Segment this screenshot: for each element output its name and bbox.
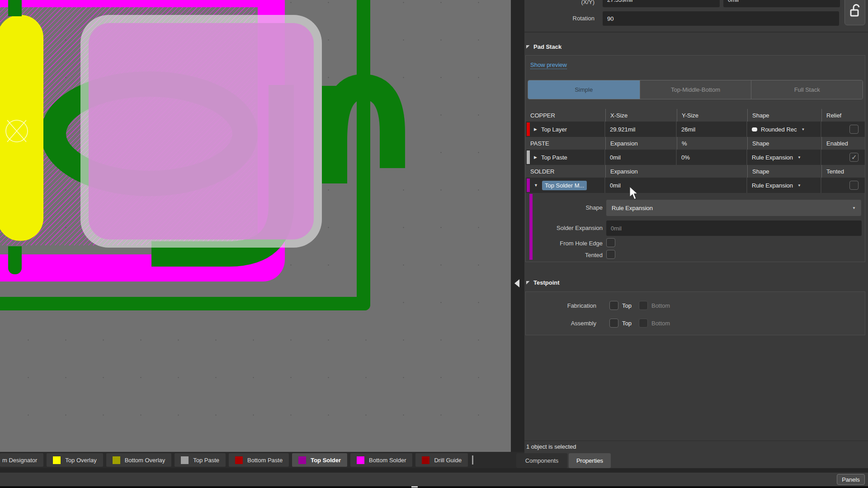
- layer-swatch-icon: [298, 456, 306, 464]
- rotation-label: Rotation: [552, 15, 594, 22]
- layer-tab-top-paste[interactable]: Top Paste: [175, 453, 226, 467]
- layer-tab-designator[interactable]: m Designator: [0, 453, 43, 467]
- testpoint-box: Fabrication Top Bottom Assembly Top Bott…: [525, 291, 865, 335]
- panels-button[interactable]: Panels: [837, 474, 865, 485]
- properties-panel: (X/Y) 27.559mil 0mil Rotation 90 Pad Sta…: [524, 0, 868, 468]
- xy-label: (X/Y): [552, 0, 594, 5]
- assembly-row: Assembly Top Bottom: [526, 319, 865, 328]
- collapse-triangle-icon: [526, 45, 530, 49]
- layer-tab-top-overlay[interactable]: Top Overlay: [47, 453, 103, 467]
- pad-stack-mode-switch: Simple Top-Middle-Bottom Full Stack: [528, 80, 863, 99]
- relief-checkbox[interactable]: [849, 125, 859, 134]
- layer-swatch-icon: [357, 456, 364, 464]
- from-hole-edge-checkbox[interactable]: [606, 238, 615, 247]
- paste-shape-dropdown[interactable]: Rule Expansion ▼: [747, 150, 821, 165]
- top-solder-row[interactable]: ▼ Top Solder M... 0mil Rule Expansion ▼: [526, 178, 865, 193]
- solder-layer-spine: [529, 194, 533, 260]
- layer-swatch-icon: [53, 456, 61, 464]
- mouse-cursor-icon: [629, 186, 640, 201]
- assembly-top-checkbox[interactable]: [609, 319, 618, 328]
- tab-properties[interactable]: Properties: [569, 453, 611, 468]
- show-preview-link[interactable]: Show preview: [530, 61, 567, 69]
- from-hole-edge-label: From Hole Edge: [539, 240, 603, 247]
- layer-color-bar: [527, 178, 530, 192]
- mode-simple[interactable]: Simple: [528, 80, 640, 99]
- chevron-down-icon: ▼: [852, 206, 856, 210]
- window-bottom-edge: [0, 486, 868, 488]
- trace-stub-top[interactable]: [8, 0, 22, 16]
- fabrication-top-checkbox[interactable]: [609, 301, 618, 310]
- top-layer-row[interactable]: ▶ Top Layer 29.921mil 26mil Rounded Rec …: [526, 122, 865, 137]
- pad-stack-section-header[interactable]: Pad Stack: [526, 43, 561, 50]
- chevron-down-icon: ▼: [797, 183, 801, 188]
- solder-header-row: SOLDER Expansion Shape Tented: [526, 165, 865, 178]
- testpoint-section-header[interactable]: Testpoint: [526, 279, 560, 286]
- layer-tab-bottom-paste[interactable]: Bottom Paste: [229, 453, 289, 467]
- trace-stub-bottom[interactable]: [8, 246, 22, 274]
- chevron-down-icon: ▼: [802, 127, 805, 131]
- mode-top-middle-bottom[interactable]: Top-Middle-Bottom: [640, 80, 751, 99]
- trace-vertical[interactable]: [357, 0, 370, 310]
- solder-shape-dropdown[interactable]: Rule Expansion ▼: [747, 178, 821, 193]
- layer-tab-bottom-solder[interactable]: Bottom Solder: [350, 453, 412, 467]
- altium-pcb-editor-window: (X/Y) 27.559mil 0mil Rotation 90 Pad Sta…: [0, 0, 868, 488]
- status-divider: [524, 441, 868, 441]
- solder-detail-section: Shape Rule Expansion ▼ Solder Expansion …: [526, 193, 865, 262]
- section-divider: [524, 32, 868, 33]
- layer-color-bar: [527, 122, 530, 136]
- bottom-separator-strip: [0, 468, 868, 473]
- tented-label: Tented: [539, 252, 603, 258]
- fabrication-row: Fabrication Top Bottom: [526, 301, 865, 310]
- copper-header-row: COPPER X-Size Y-Size Shape Relief: [526, 109, 865, 122]
- pcb-canvas[interactable]: [0, 0, 511, 452]
- x-position-input[interactable]: 27.559mil: [603, 0, 720, 7]
- selection-status: 1 object is selected: [526, 443, 576, 450]
- position-lock-button[interactable]: [844, 0, 865, 25]
- assembly-bottom-checkbox[interactable]: [639, 319, 648, 328]
- solder-expansion-input[interactable]: 0mil: [605, 178, 746, 193]
- solder-tented-checkbox[interactable]: [849, 181, 859, 190]
- paste-enabled-checkbox[interactable]: [849, 153, 859, 162]
- pad-origin-marker-icon: [4, 117, 31, 145]
- expand-arrow-icon[interactable]: ▶: [534, 127, 537, 131]
- tented-checkbox[interactable]: [606, 250, 615, 259]
- open-padlock-icon: [849, 3, 861, 18]
- rounded-rect-icon: [752, 127, 757, 131]
- rotation-input[interactable]: 90: [603, 11, 839, 26]
- layer-swatch-icon: [113, 456, 120, 464]
- y-position-input[interactable]: 0mil: [723, 0, 840, 7]
- collapse-arrow-icon[interactable]: ▼: [534, 183, 538, 188]
- layer-tab-top-solder[interactable]: Top Solder: [292, 453, 347, 467]
- layer-swatch-icon: [181, 456, 189, 464]
- top-paste-row[interactable]: ▶ Top Paste 0mil 0% Rule Expansion ▼: [526, 150, 865, 165]
- shape-select[interactable]: Rule Expansion ▼: [606, 200, 861, 216]
- mode-full-stack[interactable]: Full Stack: [751, 80, 863, 99]
- paste-expansion-input[interactable]: 0mil: [605, 150, 676, 165]
- fabrication-bottom-checkbox[interactable]: [639, 301, 648, 310]
- copper-y-size-input[interactable]: 26mil: [677, 122, 746, 137]
- bottom-edge-notch: [411, 486, 418, 488]
- panel-splitter[interactable]: [511, 0, 524, 453]
- paste-header-row: PASTE Expansion % Shape Enabled: [526, 137, 865, 150]
- solder-expansion-field[interactable]: 0mil: [606, 221, 862, 236]
- layer-swatch-icon: [422, 456, 429, 464]
- layer-swatch-icon: [235, 456, 243, 464]
- layer-color-bar: [527, 150, 530, 164]
- chevron-down-icon: ▼: [797, 155, 801, 160]
- layer-tab-overflow-indicator: [472, 455, 473, 465]
- collapse-triangle-icon: [526, 281, 530, 285]
- shape-label: Shape: [553, 204, 603, 211]
- status-bar: Panels: [0, 473, 868, 486]
- layer-tab-drill-guide[interactable]: Drill Guide: [415, 453, 468, 467]
- copper-x-size-input[interactable]: 29.921mil: [605, 122, 676, 137]
- solder-expansion-label: Solder Expansion: [539, 225, 603, 231]
- copper-shape-dropdown[interactable]: Rounded Rec ▼: [747, 122, 821, 137]
- expand-arrow-icon[interactable]: ▶: [534, 155, 537, 160]
- tab-components[interactable]: Components: [516, 453, 567, 468]
- pad-stack-box: Show preview Simple Top-Middle-Bottom Fu…: [525, 55, 865, 262]
- layer-tab-bottom-overlay[interactable]: Bottom Overlay: [106, 453, 172, 467]
- trace-horizontal[interactable]: [0, 297, 370, 310]
- paste-percent-input[interactable]: 0%: [677, 150, 746, 165]
- selected-pad-top-solder[interactable]: [89, 23, 314, 239]
